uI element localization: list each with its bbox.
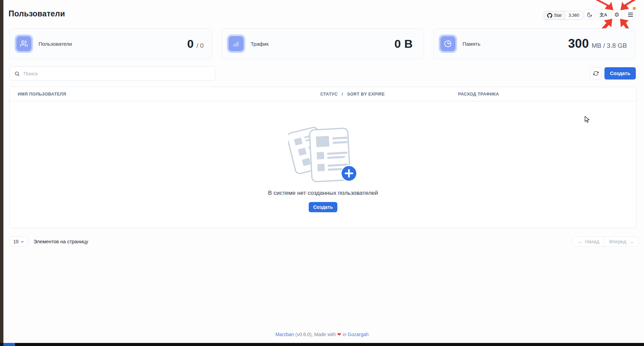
github-star-button[interactable]: Star bbox=[544, 11, 565, 20]
stat-label: Память bbox=[463, 41, 480, 47]
refresh-icon bbox=[593, 71, 599, 76]
column-header-username[interactable]: ИМЯ ПОЛЬЗОВАТЕЛЯ bbox=[18, 87, 66, 101]
stat-value-secondary: MB / 3.8 GB bbox=[592, 42, 627, 49]
page-size-select[interactable]: 10 bbox=[10, 236, 28, 247]
stat-value-secondary: / 0 bbox=[196, 42, 204, 49]
search-box bbox=[10, 66, 215, 81]
github-star-label: Star bbox=[554, 13, 562, 18]
arrow-right-icon: → bbox=[629, 239, 634, 244]
stat-label: Пользователи bbox=[39, 41, 72, 47]
pie-chart-icon bbox=[440, 36, 455, 51]
empty-state-create-button[interactable]: Создать bbox=[309, 202, 337, 212]
bar-chart-icon bbox=[229, 36, 244, 51]
stat-value: 300 bbox=[568, 37, 589, 51]
translate-icon: 文A bbox=[600, 13, 607, 17]
stat-card-traffic: Трафик 0 B bbox=[222, 28, 424, 59]
window-edge-strip bbox=[0, 0, 3, 346]
bottom-window-bar bbox=[0, 343, 644, 346]
marzban-link[interactable]: Marzban bbox=[275, 332, 294, 337]
next-page-button[interactable]: Вперед → bbox=[604, 237, 639, 246]
column-header-status-sort[interactable]: СТАТУС / SORT BY EXPIRE bbox=[320, 87, 385, 101]
menu-button[interactable] bbox=[625, 10, 636, 20]
footer: Marzban (v0.6.0), Made with ❤ in Gozarga… bbox=[0, 332, 644, 337]
marzban-users-page: Пользователи Star 3,360 文A ⚙ Пользовател… bbox=[0, 0, 644, 346]
search-input[interactable] bbox=[10, 67, 215, 80]
stat-label: Трафик bbox=[251, 41, 268, 47]
stat-value: 0 bbox=[187, 37, 194, 51]
language-button[interactable]: 文A bbox=[598, 10, 609, 20]
empty-state-message: В системе нет созданных пользователей bbox=[10, 190, 636, 197]
moon-icon bbox=[587, 12, 592, 18]
dark-mode-button[interactable] bbox=[584, 10, 595, 20]
stat-card-users: Пользователи 0 / 0 bbox=[10, 28, 212, 59]
stat-value: 0 B bbox=[394, 37, 413, 51]
chevron-down-icon bbox=[20, 240, 24, 244]
page-size-value: 10 bbox=[13, 239, 19, 244]
menu-notification-dot bbox=[633, 7, 636, 10]
settings-button[interactable]: ⚙ bbox=[611, 10, 622, 20]
prev-page-button[interactable]: ← Назад bbox=[573, 237, 604, 246]
page-title: Пользователи bbox=[9, 9, 65, 18]
page-size-label: Элементов на страницу bbox=[33, 236, 88, 247]
column-header-traffic[interactable]: РАСХОД ТРАФИКА bbox=[458, 87, 499, 101]
arrow-left-icon: ← bbox=[577, 239, 583, 244]
refresh-button[interactable] bbox=[590, 67, 602, 80]
github-star-widget: Star 3,360 bbox=[544, 11, 583, 20]
hamburger-icon bbox=[628, 13, 633, 17]
gear-icon: ⚙ bbox=[614, 12, 619, 18]
github-octocat-icon bbox=[547, 13, 552, 18]
table-header-row: ИМЯ ПОЛЬЗОВАТЕЛЯ СТАТУС / SORT BY EXPIRE… bbox=[10, 87, 636, 101]
stat-card-memory: Память 300 MB / 3.8 GB bbox=[434, 28, 635, 59]
users-icon bbox=[16, 36, 31, 51]
pager: ← Назад Вперед → bbox=[572, 236, 639, 247]
empty-state-illustration bbox=[288, 119, 360, 184]
create-user-button[interactable]: Создать bbox=[604, 67, 636, 80]
taskbar-fragment bbox=[3, 343, 15, 346]
add-user-plus-icon bbox=[341, 165, 357, 181]
heart-icon: ❤ bbox=[337, 332, 341, 337]
gozargah-link[interactable]: Gozargah bbox=[348, 332, 368, 337]
github-star-count[interactable]: 3,360 bbox=[565, 11, 583, 20]
